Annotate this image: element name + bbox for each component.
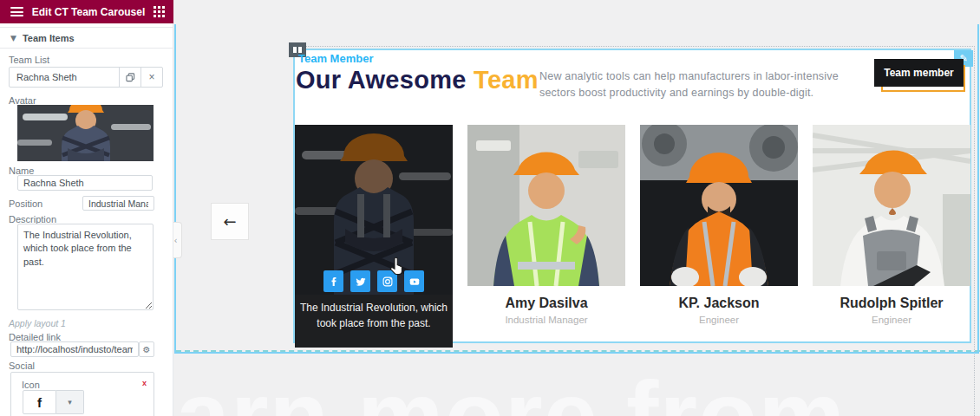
widgets-grid-icon[interactable] (154, 6, 165, 17)
twitter-icon[interactable] (350, 270, 370, 292)
team-items-section-toggle[interactable]: ▼ Team Items (0, 27, 173, 49)
widget-selection-border (174, 352, 979, 354)
repeater-item-title: Rachna Sheth (10, 72, 119, 82)
section-heading: Our Awesome Team (296, 66, 539, 94)
team-card[interactable]: Rudolph Spitler Engineer (813, 125, 970, 325)
team-card[interactable]: KP. Jackson Engineer (640, 125, 798, 325)
youtube-icon[interactable] (404, 270, 424, 292)
social-label: Social (9, 361, 35, 371)
menu-icon[interactable] (10, 7, 23, 16)
member-name: KP. Jackson (640, 296, 798, 311)
member-photo (640, 125, 798, 286)
team-card-hovered[interactable]: The Industrial Revolution, which took pl… (295, 125, 453, 348)
heading-accent: Team (474, 66, 539, 94)
facebook-icon[interactable] (323, 270, 343, 292)
widget-selection-border (977, 24, 979, 354)
social-icon-row (295, 270, 453, 292)
section-outline-top (291, 46, 975, 47)
member-position: Engineer (813, 315, 970, 325)
carousel-prev-arrow[interactable]: ← (211, 203, 249, 240)
remove-item-icon[interactable]: × (140, 68, 162, 87)
facebook-icon[interactable]: f (23, 390, 56, 414)
section-outline-right (974, 46, 975, 416)
team-list-label: Team List (9, 55, 49, 65)
remove-social-icon[interactable]: x (142, 379, 147, 387)
apply-layout-note: Apply layout 1 (9, 318, 66, 328)
name-field[interactable] (17, 175, 153, 191)
section-description: New analytic tools can help manufacturer… (539, 68, 859, 102)
gear-icon[interactable]: ⚙ (139, 341, 154, 357)
section-subtitle: Team Member (298, 52, 373, 65)
position-field[interactable] (82, 196, 154, 211)
description-field[interactable]: The Industrial Revolution, which took pl… (17, 224, 154, 310)
member-name: Amy Dasilva (467, 296, 625, 311)
heading-primary: Our Awesome (296, 66, 474, 94)
position-label: Position (9, 198, 42, 209)
duplicate-icon[interactable] (119, 68, 140, 87)
icon-label: Icon (22, 380, 40, 390)
detailed-link-field[interactable] (10, 341, 139, 357)
team-card[interactable]: Amy Dasilva Industrial Manager (467, 125, 625, 325)
panel-title: Edit CT Team Carousel (23, 6, 154, 18)
team-member-button[interactable]: Team member (874, 59, 964, 87)
member-photo (813, 125, 970, 286)
chevron-down-icon[interactable]: ▾ (56, 390, 84, 414)
member-position: Engineer (640, 315, 798, 325)
next-section-watermark-heading: Learn more from (61, 360, 846, 416)
member-photo (467, 125, 625, 286)
repeater-item[interactable]: Rachna Sheth × (9, 67, 163, 88)
mouse-cursor-icon (389, 257, 405, 276)
social-repeater-item: Icon x f ▾ (10, 372, 154, 416)
editor-window: Learn more from ✎ Team Member Our Awesom… (0, 0, 980, 416)
widget-selection-border (174, 24, 176, 354)
member-name: Rudolph Spitler (813, 296, 970, 311)
member-photo (295, 125, 453, 295)
chevron-down-icon: ▼ (10, 34, 16, 42)
elementor-panel: Edit CT Team Carousel ▼ Team Items Team … (0, 0, 173, 416)
member-description: The Industrial Revolution, which took pl… (297, 300, 451, 331)
avatar-image[interactable] (17, 105, 154, 161)
panel-header: Edit CT Team Carousel (0, 0, 173, 23)
member-position: Industrial Manager (467, 315, 625, 325)
